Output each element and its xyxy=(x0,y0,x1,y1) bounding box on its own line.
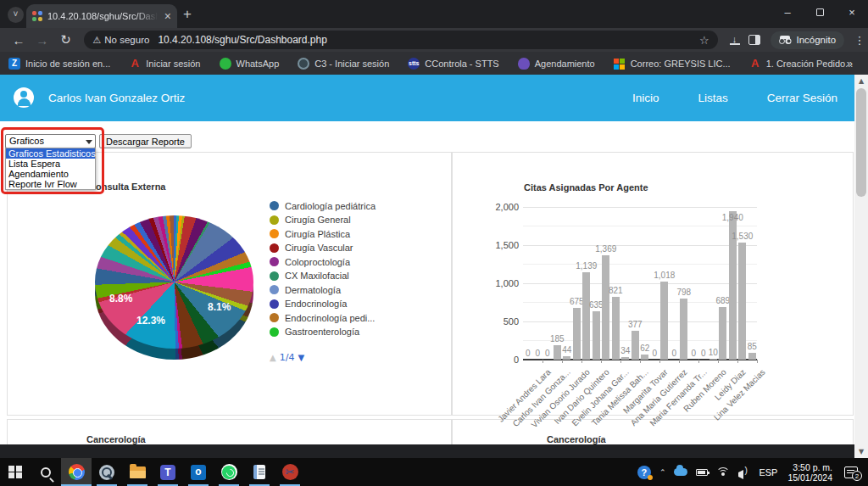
notification-center-icon[interactable]: 2 xyxy=(844,466,858,478)
legend-page-label: 1/4 xyxy=(280,352,295,363)
select-option[interactable]: Graficos Estadisticos xyxy=(6,148,95,159)
ms-square xyxy=(620,59,625,64)
tab-search-button[interactable]: ˅ xyxy=(8,7,24,23)
bookmark-item[interactable]: AIniciar sesión xyxy=(129,58,200,70)
bar[interactable] xyxy=(563,356,570,360)
taskbar-whatsapp-button[interactable] xyxy=(214,458,244,486)
legend-page-up-icon[interactable]: ▲ xyxy=(270,353,276,362)
bar[interactable] xyxy=(632,331,639,360)
user-name: Carlos Ivan Gonzalez Ortiz xyxy=(48,92,185,104)
reload-button[interactable]: ↻ xyxy=(54,32,78,47)
bar-value-label: 798 xyxy=(676,288,691,297)
window-restore-button[interactable] xyxy=(804,0,836,28)
window-minimize-button[interactable]: – xyxy=(771,0,804,28)
bookmark-item[interactable]: A1. Creación Pedido... xyxy=(749,58,854,70)
legend-item[interactable]: Cirugía General xyxy=(270,215,376,226)
bar-value-label: 0 xyxy=(526,349,531,358)
taskbar-clock[interactable]: 3:50 p. m. 15/01/2024 xyxy=(787,462,832,483)
start-button[interactable] xyxy=(0,458,31,486)
taskbar-teams-button[interactable]: T xyxy=(153,458,183,486)
bookmark-item[interactable]: Agendamiento xyxy=(518,58,595,70)
bookmark-item[interactable]: Correo: GREYSIS LIC... xyxy=(614,58,731,70)
window-close-button[interactable]: × xyxy=(836,0,868,28)
forward-button[interactable]: → xyxy=(31,33,54,47)
x-axis-tick xyxy=(757,360,758,363)
legend-item[interactable]: Endocrinología xyxy=(270,299,376,310)
y-axis-tick-label: 500 xyxy=(485,316,519,327)
bar[interactable] xyxy=(748,353,756,360)
bar[interactable] xyxy=(602,255,609,360)
legend-item[interactable]: Coloproctología xyxy=(270,257,376,267)
scroll-up-icon[interactable]: ▲ xyxy=(854,75,868,87)
bar[interactable] xyxy=(621,357,629,360)
legend-item[interactable]: Cirugía Plástica xyxy=(270,229,376,239)
language-indicator[interactable]: ESP xyxy=(759,467,777,478)
legend-item[interactable]: Cirugía Vascular xyxy=(270,243,376,254)
taskbar-remote-tool-button[interactable] xyxy=(92,458,122,486)
pie-chart[interactable] xyxy=(95,215,253,349)
bookmark-item[interactable]: sttsCControla - STTS xyxy=(408,58,498,70)
bar[interactable] xyxy=(573,308,581,360)
bar-chart-plot[interactable]: 2,0001,5001,0005000000185446751,1396351,… xyxy=(523,207,757,360)
bookmarks-overflow-icon[interactable]: » xyxy=(847,57,853,70)
browser-menu-icon[interactable]: ⋮ xyxy=(851,34,868,47)
url-text[interactable]: 10.4.20.108/sghu/Src/Dashboard.php xyxy=(158,34,326,46)
vertical-scrollbar-thumb[interactable] xyxy=(856,88,866,197)
select-option[interactable]: Lista Espera xyxy=(6,159,95,169)
legend-item[interactable]: Endocrinología pedi... xyxy=(270,313,376,323)
legend-item[interactable]: CX Maxilofacial xyxy=(270,271,376,282)
bookmark-favicon-ms xyxy=(614,58,626,70)
browser-tab[interactable]: 10.4.20.108/sghu/Src/Dashboar × xyxy=(26,4,177,28)
nav-listas[interactable]: Listas xyxy=(698,92,727,104)
not-secure-label[interactable]: No seguro xyxy=(104,35,149,45)
legend-item[interactable]: Dermatología xyxy=(270,285,376,295)
bar[interactable] xyxy=(554,345,561,360)
download-report-button[interactable]: Descargar Reporte xyxy=(99,134,192,148)
bar[interactable] xyxy=(641,355,648,360)
bar[interactable] xyxy=(738,243,746,360)
tab-close-icon[interactable]: × xyxy=(164,11,171,21)
report-type-select[interactable]: Graficos Estadisticos xyxy=(5,134,96,148)
taskbar-notepad-button[interactable] xyxy=(244,458,275,486)
back-button[interactable]: ← xyxy=(7,33,31,47)
nav-cerrar-sesion[interactable]: Cerrar Sesión xyxy=(767,92,837,104)
bookmark-star-icon[interactable]: ☆ xyxy=(699,34,709,47)
bar-value-label: 377 xyxy=(628,320,643,329)
bar[interactable] xyxy=(719,307,726,360)
bar[interactable] xyxy=(709,359,717,360)
nav-inicio[interactable]: Inicio xyxy=(632,92,659,104)
onedrive-icon[interactable] xyxy=(674,468,687,476)
taskbar-snipping-button[interactable]: ✂ xyxy=(275,458,305,486)
taskbar-search-button[interactable] xyxy=(31,458,61,486)
tray-expand-icon[interactable]: ⌃ xyxy=(659,468,666,477)
legend-item[interactable]: Cardiología pediátrica xyxy=(270,201,376,211)
bookmark-item[interactable]: C3 - Iniciar sesión xyxy=(298,58,389,70)
bar[interactable] xyxy=(680,299,687,360)
select-option[interactable]: Reporte Ivr Flow xyxy=(6,179,95,189)
new-tab-button[interactable]: + xyxy=(183,6,192,23)
bar[interactable] xyxy=(593,311,600,360)
legend-color-dot xyxy=(270,299,279,309)
bookmark-item[interactable]: ZInicio de sesión en... xyxy=(8,58,110,70)
vertical-scrollbar[interactable]: ▲ ▼ xyxy=(854,75,868,458)
battery-icon[interactable] xyxy=(696,469,708,476)
help-tray-icon[interactable]: ? xyxy=(637,466,651,479)
bar[interactable] xyxy=(612,297,620,360)
taskbar-outlook-button[interactable]: o xyxy=(183,458,214,486)
downloads-icon[interactable]: ↓ xyxy=(730,36,740,45)
gridline xyxy=(523,226,757,226)
select-option[interactable]: Agendamiento xyxy=(6,169,95,179)
bar[interactable] xyxy=(582,272,590,360)
legend-item[interactable]: Gastroenterología xyxy=(270,327,376,338)
taskbar-chrome-button[interactable] xyxy=(61,458,92,486)
side-panel-icon[interactable] xyxy=(748,35,761,45)
taskbar-file-explorer-button[interactable] xyxy=(122,458,153,486)
address-bar[interactable]: ⚠ No seguro 10.4.20.108/sghu/Src/Dashboa… xyxy=(84,31,717,49)
scroll-down-icon[interactable]: ▼ xyxy=(854,445,868,458)
wifi-icon[interactable] xyxy=(716,467,730,477)
volume-icon[interactable] xyxy=(738,467,750,477)
bookmark-item[interactable]: WhatsApp xyxy=(220,58,280,70)
taskbar-time: 3:50 p. m. xyxy=(787,462,832,472)
legend-page-down-icon[interactable]: ▼ xyxy=(298,353,304,362)
bar[interactable] xyxy=(660,282,668,360)
